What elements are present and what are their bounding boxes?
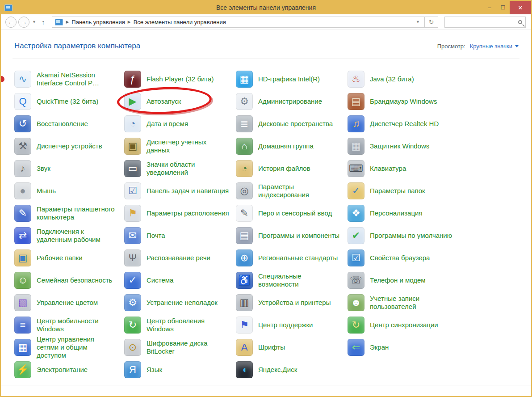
refresh-button[interactable]: ↻ bbox=[425, 17, 438, 28]
control-panel-item[interactable]: ☺Семейная безопасность bbox=[14, 269, 124, 291]
control-panel-item[interactable]: ⊕Региональные стандарты bbox=[236, 247, 348, 269]
control-panel-item[interactable]: ⚡Электропитание bbox=[14, 359, 124, 381]
control-panel-item-label: Панель задач и навигация bbox=[147, 187, 229, 195]
history-dropdown-button[interactable]: ▼ bbox=[31, 20, 37, 24]
control-panel-item-label: Шифрование диска BitLocker bbox=[147, 339, 230, 355]
control-panel-item-label: Администрирование bbox=[258, 97, 322, 106]
control-panel-item-label: Программы и компоненты bbox=[258, 232, 339, 240]
control-panel-item[interactable]: ◔История файлов bbox=[236, 157, 348, 180]
control-panel-item[interactable]: ▤Программы и компоненты bbox=[236, 224, 348, 247]
control-panel-item[interactable]: ∿Akamai NetSession Interface Control P… bbox=[14, 68, 124, 90]
control-panel-item[interactable]: ▤Брандмауэр Windows bbox=[348, 90, 459, 113]
control-panel-item[interactable]: ♫Диспетчер Realtek HD bbox=[348, 113, 459, 135]
control-panel-item[interactable]: ▣Диспетчер учетных данных bbox=[124, 135, 236, 157]
minimize-button[interactable]: – bbox=[483, 1, 496, 14]
control-panel-item[interactable]: ↻Центр обновления Windows bbox=[124, 314, 236, 336]
control-panel-item[interactable]: ΨРаспознавание речи bbox=[124, 247, 236, 269]
control-panel-item[interactable]: ▥Устройства и принтеры bbox=[236, 291, 348, 314]
control-panel-item[interactable]: ⚑Параметры расположения bbox=[124, 202, 236, 224]
control-panel-item[interactable]: ✓Система bbox=[124, 269, 236, 291]
control-panel-item[interactable]: ↻Центр синхронизации bbox=[348, 314, 459, 336]
control-panel-item-label: Телефон и модем bbox=[370, 276, 426, 284]
network-sharing-center-icon: ▦ bbox=[14, 339, 31, 356]
control-panel-item[interactable]: ◖Яндекс.Диск bbox=[236, 359, 348, 381]
control-panel-item-label: Программы по умолчанию bbox=[370, 232, 452, 240]
control-panel-item[interactable]: ≡Центр мобильности Windows bbox=[14, 314, 124, 336]
control-panel-item[interactable]: ⚑Центр поддержки bbox=[236, 314, 348, 336]
autoplay-icon: ▶ bbox=[124, 93, 141, 110]
control-panel-item-label: Система bbox=[147, 276, 173, 284]
control-panel-item[interactable]: ✔Программы по умолчанию bbox=[348, 224, 459, 247]
control-panel-item[interactable]: ⊙Шифрование диска BitLocker bbox=[124, 336, 236, 359]
sound-icon: ♪ bbox=[14, 160, 31, 177]
address-bar[interactable]: ▶ Панель управления ▶ Все элементы панел… bbox=[52, 17, 425, 28]
control-panel-item[interactable]: ↺Восстановление bbox=[14, 113, 124, 135]
control-panel-item[interactable]: ✎Параметры планшетного компьютера bbox=[14, 202, 124, 224]
search-box[interactable] bbox=[444, 17, 526, 28]
mail-icon: ✉ bbox=[124, 227, 141, 244]
control-panel-item[interactable]: ⇐Экран bbox=[348, 336, 459, 359]
up-button[interactable]: ↑ bbox=[39, 18, 48, 26]
fonts-icon: A bbox=[236, 339, 253, 356]
control-panel-item-label: Диспетчер устройств bbox=[37, 142, 102, 150]
control-panel-item[interactable]: AШрифты bbox=[236, 336, 348, 359]
breadcrumb-control-panel[interactable]: Панель управления bbox=[71, 19, 125, 25]
control-panel-item[interactable]: ▧Управление цветом bbox=[14, 291, 124, 314]
search-input[interactable] bbox=[448, 19, 518, 25]
close-button[interactable]: ✕ bbox=[510, 1, 531, 14]
control-panel-item[interactable]: ⇄Подключения к удаленным рабочим bbox=[14, 224, 124, 247]
control-panel-item[interactable]: ❖Персонализация bbox=[348, 202, 459, 224]
control-panel-item[interactable]: ▦Защитник Windows bbox=[348, 135, 459, 157]
navigation-bar: ← → ▼ ↑ ▶ Панель управления ▶ Все элемен… bbox=[1, 14, 531, 30]
forward-button[interactable]: → bbox=[18, 17, 29, 28]
control-panel-item[interactable]: ⌂Домашняя группа bbox=[236, 135, 348, 157]
control-panel-item[interactable]: ◔Дата и время bbox=[124, 113, 236, 135]
language-icon: Я bbox=[124, 361, 141, 378]
page-title: Настройка параметров компьютера bbox=[14, 42, 140, 51]
control-panel-item[interactable]: ▣Рабочие папки bbox=[14, 247, 124, 269]
control-panel-item[interactable]: ♿Специальные возможности bbox=[236, 269, 348, 291]
address-dropdown-icon[interactable]: ▼ bbox=[414, 20, 422, 24]
control-panel-item[interactable]: ☑Свойства браузера bbox=[348, 247, 459, 269]
control-panel-item[interactable]: ✎Перо и сенсорный ввод bbox=[236, 202, 348, 224]
control-panel-item[interactable]: ◎Параметры индексирования bbox=[236, 180, 348, 202]
control-panel-item-label: Персонализация bbox=[370, 209, 423, 217]
control-panel-item-label: Восстановление bbox=[37, 120, 88, 128]
control-panel-item[interactable]: ▦Центр управления сетями и общим доступо… bbox=[14, 336, 124, 359]
control-panel-item[interactable]: ≣Дисковые пространства bbox=[236, 113, 348, 135]
control-panel-item[interactable]: ⚙Администрирование bbox=[236, 90, 348, 113]
control-panel-item[interactable]: ☻Учетные записи пользователей bbox=[348, 291, 459, 314]
power-options-icon: ⚡ bbox=[14, 361, 31, 378]
control-panel-item[interactable]: ☏Телефон и модем bbox=[348, 269, 459, 291]
sync-center-icon: ↻ bbox=[348, 317, 364, 334]
control-panel-item[interactable]: ▶Автозапуск bbox=[124, 90, 236, 113]
breadcrumb-all-items[interactable]: Все элементы панели управления bbox=[134, 19, 226, 25]
control-panel-item-label: Почта bbox=[147, 232, 165, 240]
control-panel-item[interactable]: ⚙Устранение неполадок bbox=[124, 291, 236, 314]
control-panel-item[interactable]: ƒFlash Player (32 бита) bbox=[124, 68, 236, 90]
control-panel-item-label: Диспетчер учетных данных bbox=[147, 138, 230, 154]
control-panel-item[interactable]: ●Мышь bbox=[14, 180, 124, 202]
control-panel-item[interactable]: ⚒Диспетчер устройств bbox=[14, 135, 124, 157]
control-panel-item[interactable]: ♪Звук bbox=[14, 157, 124, 180]
control-panel-item[interactable]: ⌨Клавиатура bbox=[348, 157, 459, 180]
yandex-disk-icon: ◖ bbox=[236, 361, 253, 378]
chevron-down-icon bbox=[515, 45, 519, 47]
control-panel-item[interactable]: ☑Панель задач и навигация bbox=[124, 180, 236, 202]
control-panel-item-label: Экран bbox=[370, 343, 389, 351]
control-panel-item[interactable]: ЯЯзык bbox=[124, 359, 236, 381]
control-panel-item[interactable]: QQuickTime (32 бита) bbox=[14, 90, 124, 113]
ease-of-access-icon: ♿ bbox=[236, 272, 253, 289]
control-panel-item[interactable]: ▭Значки области уведомлений bbox=[124, 157, 236, 180]
keyboard-icon: ⌨ bbox=[348, 160, 364, 177]
back-button[interactable]: ← bbox=[5, 17, 17, 28]
control-panel-item-label: Клавиатура bbox=[370, 165, 406, 173]
intel-hd-graphics-icon: ▦ bbox=[236, 71, 253, 88]
view-dropdown[interactable]: Крупные значки bbox=[470, 43, 519, 50]
control-panel-item[interactable]: ▦HD-графика Intel(R) bbox=[236, 68, 348, 90]
control-panel-item[interactable]: ✓Параметры папок bbox=[348, 180, 459, 202]
maximize-button[interactable]: ☐ bbox=[496, 1, 510, 14]
control-panel-item[interactable]: ♨Java (32 бита) bbox=[348, 68, 459, 90]
control-panel-item[interactable]: ✉Почта bbox=[124, 224, 236, 247]
date-time-icon: ◔ bbox=[124, 115, 141, 132]
